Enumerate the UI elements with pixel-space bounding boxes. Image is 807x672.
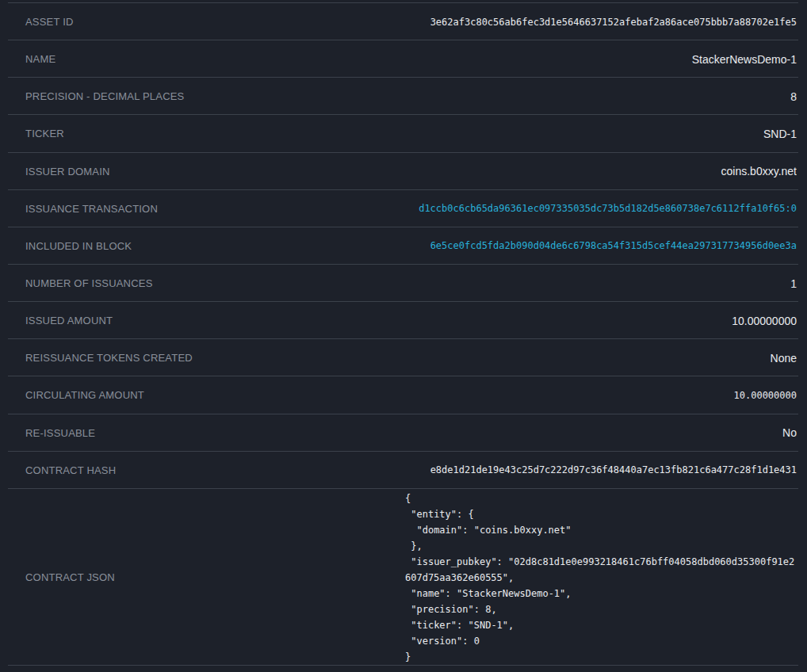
- name-value: StackerNewsDemo-1: [55, 53, 797, 66]
- row-label-issuance-transaction: ISSUANCE TRANSACTION: [25, 203, 158, 215]
- row-label-name: NAME: [25, 53, 55, 65]
- asset-details-table: ASSET ID 3e62af3c80c56ab6fec3d1e56466371…: [0, 0, 807, 666]
- row-label-number-of-issuances: NUMBER OF ISSUANCES: [25, 277, 153, 289]
- reissuance-tokens-created-value: None: [193, 352, 797, 365]
- issuer-domain-value: coins.b0xxy.net: [110, 165, 797, 178]
- table-rows: ASSET ID 3e62af3c80c56ab6fec3d1e56466371…: [0, 3, 807, 489]
- table-row-contract-hash: CONTRACT HASH e8de1d21de19e43c25d7c222d9…: [0, 452, 807, 489]
- number-of-issuances-value: 1: [153, 277, 797, 290]
- asset-id-value: 3e62af3c80c56ab6fec3d1e5646637152afebaf2…: [74, 17, 797, 28]
- row-label-circulating-amount: CIRCULATING AMOUNT: [25, 389, 144, 401]
- issuance-transaction-value: d1ccb0c6cb65da96361ec097335035dc73b5d182…: [158, 203, 797, 214]
- issuance-transaction-link[interactable]: d1ccb0c6cb65da96361ec097335035dc73b5d182…: [419, 203, 797, 214]
- row-label-issuer-domain: ISSUER DOMAIN: [25, 166, 110, 178]
- table-row-included-in-block: INCLUDED IN BLOCK 6e5ce0fcd5fda2b090d04d…: [0, 227, 807, 265]
- table-row-issuance-transaction: ISSUANCE TRANSACTION d1ccb0c6cb65da96361…: [0, 190, 807, 227]
- included-in-block-link[interactable]: 6e5ce0fcd5fda2b090d04de6c6798ca54f315d5c…: [430, 240, 797, 251]
- circulating-amount-value: 10.00000000: [144, 390, 797, 401]
- row-label-contract-hash: CONTRACT HASH: [25, 464, 116, 476]
- table-row-re-issuable: RE-ISSUABLE No: [0, 414, 807, 452]
- table-row-name: NAME StackerNewsDemo-1: [0, 40, 807, 78]
- row-label-contract-json: CONTRACT JSON: [25, 571, 115, 583]
- included-in-block-value: 6e5ce0fcd5fda2b090d04de6c6798ca54f315d5c…: [132, 240, 797, 251]
- row-label-precision-decimal-places: PRECISION - DECIMAL PLACES: [25, 90, 185, 102]
- table-row-issued-amount: ISSUED AMOUNT 10.00000000: [0, 302, 807, 339]
- row-label-re-issuable: RE-ISSUABLE: [25, 427, 95, 439]
- contract-hash-value: e8de1d21de19e43c25d7c222d97c36f48440a7ec…: [116, 464, 797, 475]
- precision-decimal-places-value: 8: [185, 90, 797, 103]
- table-row-ticker: TICKER SND-1: [0, 115, 807, 152]
- contract-json-value: { "entity": { "domain": "coins.b0xxy.net…: [405, 489, 797, 665]
- table-row-reissuance-tokens-created: REISSUANCE TOKENS CREATED None: [0, 339, 807, 376]
- table-row-number-of-issuances: NUMBER OF ISSUANCES 1: [0, 265, 807, 302]
- table-row-asset-id: ASSET ID 3e62af3c80c56ab6fec3d1e56466371…: [0, 3, 807, 40]
- table-row-precision-decimal-places: PRECISION - DECIMAL PLACES 8: [0, 78, 807, 115]
- row-label-included-in-block: INCLUDED IN BLOCK: [25, 240, 132, 252]
- row-label-ticker: TICKER: [25, 128, 64, 139]
- row-label-asset-id: ASSET ID: [25, 16, 74, 28]
- row-label-reissuance-tokens-created: REISSUANCE TOKENS CREATED: [25, 352, 193, 364]
- ticker-value: SND-1: [64, 128, 797, 140]
- re-issuable-value: No: [95, 426, 797, 439]
- row-label-issued-amount: ISSUED AMOUNT: [25, 315, 113, 326]
- issued-amount-value: 10.00000000: [113, 315, 797, 327]
- table-row-circulating-amount: CIRCULATING AMOUNT 10.00000000: [0, 376, 807, 414]
- table-row-contract-json: CONTRACT JSON { "entity": { "domain": "c…: [0, 489, 807, 666]
- table-row-issuer-domain: ISSUER DOMAIN coins.b0xxy.net: [0, 153, 807, 190]
